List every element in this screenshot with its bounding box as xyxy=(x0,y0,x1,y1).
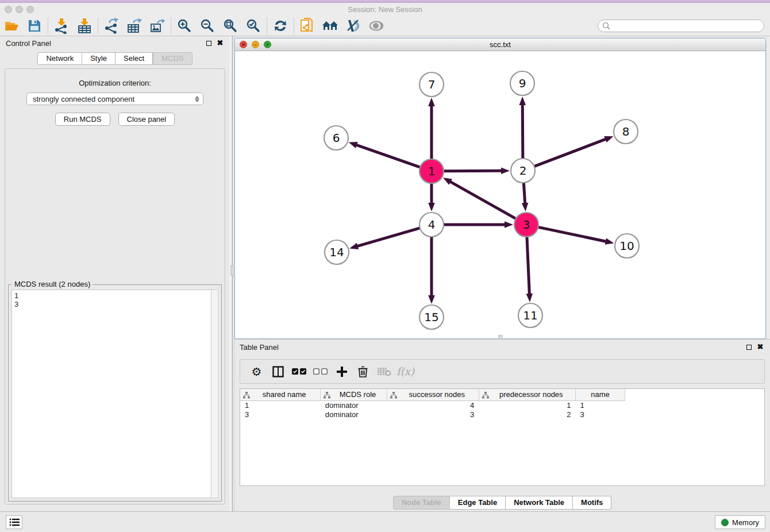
column-header-predecessor-nodes[interactable]: predecessor nodes xyxy=(479,389,575,400)
graph-edge-3-11[interactable] xyxy=(527,237,530,295)
graph-edge-4-14[interactable] xyxy=(356,228,420,246)
column-header-name[interactable]: name xyxy=(575,389,625,400)
tab-edge-table[interactable]: Edge Table xyxy=(450,496,506,510)
import-network-icon xyxy=(54,18,69,34)
new-network-from-selection-button[interactable] xyxy=(296,17,319,34)
float-panel-icon[interactable] xyxy=(205,39,213,47)
export-table-button[interactable] xyxy=(123,17,146,34)
deselect-all-icon xyxy=(313,368,328,375)
tab-network-table[interactable]: Network Table xyxy=(506,496,573,510)
network-view-titlebar[interactable]: ✕ − + scc.txt xyxy=(235,38,765,51)
apply-layout-button[interactable] xyxy=(269,17,292,34)
panel-splitter[interactable] xyxy=(230,36,234,511)
zoom-fit-button[interactable] xyxy=(219,17,242,34)
select-all-button[interactable] xyxy=(288,362,310,381)
workspace-area: ✕ − + scc.txt 7968124314101511 Table Pan… xyxy=(234,36,770,511)
delete-row-button[interactable] xyxy=(352,362,374,381)
export-network-button[interactable] xyxy=(100,17,123,34)
table-row[interactable]: 3 dominator 3 2 3 xyxy=(240,410,625,419)
graph-edge-2-9[interactable] xyxy=(522,103,523,159)
zoom-in-button[interactable] xyxy=(173,17,196,34)
run-mcds-button[interactable]: Run MCDS xyxy=(55,113,110,126)
network-minimize-button[interactable]: − xyxy=(252,41,259,48)
tab-network[interactable]: Network xyxy=(37,52,82,65)
search-icon xyxy=(602,22,610,30)
tab-motifs[interactable]: Motifs xyxy=(573,496,611,510)
trash-icon xyxy=(358,366,368,377)
close-table-panel-icon[interactable]: ✖ xyxy=(756,343,764,351)
result-scrollbar[interactable] xyxy=(211,290,218,498)
deselect-all-button[interactable] xyxy=(310,362,331,381)
graph-node-label: 14 xyxy=(329,245,344,259)
graph-edge-arrowhead xyxy=(428,295,435,304)
graph-edge-1-2[interactable] xyxy=(444,171,503,171)
column-header-mcds-role[interactable]: MCDS role xyxy=(321,389,387,400)
memory-status-icon xyxy=(721,519,729,526)
network-canvas[interactable]: 7968124314101511 xyxy=(235,51,765,338)
table-panel-title: Table Panel xyxy=(240,343,279,352)
memory-button[interactable]: Memory xyxy=(715,515,765,529)
tab-mcds[interactable]: MCDS xyxy=(153,52,192,65)
mcds-result-title: MCDS result (2 nodes) xyxy=(12,280,93,288)
close-panel-icon[interactable]: ✖ xyxy=(216,39,224,47)
table-row[interactable]: 1 dominator 4 1 1 xyxy=(240,400,625,410)
table-settings-button[interactable]: ⚙ xyxy=(246,362,267,381)
graph-node-label: 3 xyxy=(523,218,530,232)
graph-edge-3-10[interactable] xyxy=(538,227,607,241)
add-row-button[interactable] xyxy=(331,362,352,381)
mcds-result-group: MCDS result (2 nodes) 1 3 xyxy=(8,284,222,502)
close-panel-button[interactable]: Close panel xyxy=(118,113,175,126)
reset-view-button[interactable] xyxy=(319,17,342,34)
graph-node-label: 15 xyxy=(424,310,438,324)
column-header-successor-nodes[interactable]: successor nodes xyxy=(387,389,479,400)
save-icon xyxy=(28,19,41,33)
graph-edge-1-6[interactable] xyxy=(355,145,420,168)
zoom-selected-button[interactable] xyxy=(242,17,265,34)
graph-edge-arrowhead xyxy=(519,97,526,105)
column-header-shared-name[interactable]: shared name xyxy=(240,389,321,400)
flow-icon xyxy=(482,392,489,399)
criterion-selected-value: strongly connected component xyxy=(33,95,195,103)
table-header-row: shared name MCDS role successor nodes xyxy=(240,389,625,400)
save-session-button[interactable] xyxy=(23,17,46,34)
zoom-selected-icon xyxy=(246,18,261,33)
open-session-button[interactable] xyxy=(0,17,23,34)
show-graphics-details-button[interactable] xyxy=(365,17,388,34)
delete-table-icon xyxy=(378,367,391,376)
fx-icon: f(x) xyxy=(396,365,414,377)
control-panel-title: Control Panel xyxy=(6,39,51,48)
mcds-result-text[interactable]: 1 3 xyxy=(11,290,211,498)
export-image-icon xyxy=(150,18,165,34)
search-field-wrap xyxy=(598,20,764,32)
import-network-button[interactable] xyxy=(50,17,73,34)
graph-edge-arrowhead xyxy=(604,136,613,142)
search-input[interactable] xyxy=(598,20,764,32)
graph-edge-3-1[interactable] xyxy=(449,181,515,219)
graph-node-label: 2 xyxy=(519,164,527,178)
tab-select[interactable]: Select xyxy=(116,52,153,65)
export-image-button[interactable] xyxy=(146,17,169,34)
network-maximize-button[interactable]: + xyxy=(264,41,271,48)
network-resize-grip[interactable] xyxy=(498,335,503,338)
float-table-panel-icon[interactable] xyxy=(745,343,753,351)
network-close-button[interactable]: ✕ xyxy=(240,41,247,48)
criterion-select[interactable]: strongly connected component xyxy=(26,92,203,105)
toolbar-separator xyxy=(267,18,267,34)
splitter-grip[interactable] xyxy=(230,265,234,276)
delete-table-button[interactable] xyxy=(374,362,395,381)
tab-style[interactable]: Style xyxy=(82,52,116,65)
hide-graphics-details-button[interactable] xyxy=(342,17,365,34)
import-table-button[interactable] xyxy=(73,17,96,34)
graph-edge-2-3[interactable] xyxy=(523,183,525,205)
toolbar-separator xyxy=(171,18,171,34)
graph-edge-arrowhead xyxy=(501,167,510,174)
tab-node-table[interactable]: Node Table xyxy=(393,496,450,510)
graph-edge-2-8[interactable] xyxy=(534,138,607,166)
zoom-out-button[interactable] xyxy=(196,17,219,34)
task-history-button[interactable] xyxy=(6,515,22,529)
show-column-button[interactable] xyxy=(267,362,288,381)
function-builder-button[interactable]: f(x) xyxy=(395,362,416,381)
network-graph[interactable]: 7968124314101511 xyxy=(235,51,765,338)
graph-edge-arrowhead xyxy=(428,98,435,106)
optimization-criterion-label: Optimization criterion: xyxy=(79,79,151,87)
